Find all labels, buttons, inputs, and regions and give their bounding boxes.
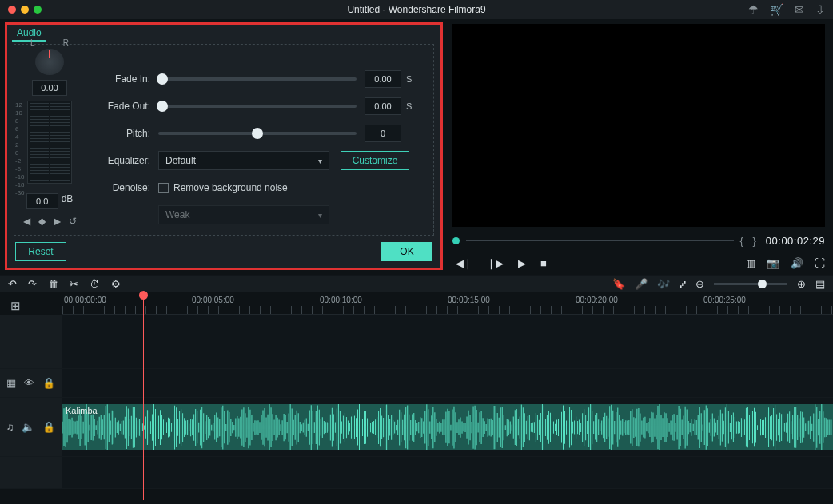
timeline-ruler[interactable]: 00:00:00:00 00:00:05:00 00:00:10:00 00:0… — [62, 292, 833, 315]
playhead[interactable] — [143, 292, 144, 500]
scrub-handle[interactable] — [452, 237, 460, 244]
fit-icon[interactable]: ⑇ — [680, 278, 686, 290]
audio-track-icon: ♫ — [6, 421, 14, 433]
window-close[interactable] — [8, 6, 16, 14]
fade-out-slider[interactable] — [158, 105, 357, 108]
waveform — [62, 404, 833, 450]
fullscreen-icon[interactable]: ⛶ — [815, 257, 825, 269]
speed-icon[interactable]: ⏱ — [90, 278, 100, 290]
gain-value[interactable]: 0.0 — [26, 193, 58, 209]
audio-clip[interactable]: Kalimba — [62, 404, 833, 450]
pitch-label: Pitch: — [99, 128, 158, 139]
vu-meter: 121086420-2-6-10-18-30 — [27, 101, 72, 184]
adjust-icon[interactable]: ⚙ — [111, 278, 121, 290]
scrub-bar[interactable] — [466, 240, 734, 241]
next-keyframe-icon[interactable]: ▶ — [54, 216, 61, 227]
pitch-field[interactable]: 0 — [365, 125, 401, 142]
denoise-checkbox[interactable] — [158, 183, 169, 193]
chevron-down-icon: ▾ — [318, 157, 322, 165]
play-icon[interactable]: ▶ — [518, 257, 526, 269]
split-icon[interactable]: ✂ — [70, 278, 78, 290]
volume-icon[interactable]: 🔊 — [791, 257, 803, 269]
add-keyframe-icon[interactable]: ◆ — [38, 216, 46, 227]
equalizer-label: Equalizer: — [99, 155, 158, 166]
lock-icon[interactable]: 🔒 — [42, 421, 55, 433]
redo-icon[interactable]: ↷ — [28, 278, 37, 290]
audio-track[interactable]: Kalimba — [62, 398, 833, 456]
delete-icon[interactable]: 🗑 — [48, 278, 58, 290]
denoise-checkbox-label: Remove background noise — [173, 182, 288, 193]
step-back-icon[interactable]: ◀❘ — [456, 257, 472, 269]
clip-label: Kalimba — [66, 406, 98, 415]
video-track-icon: ▦ — [6, 377, 16, 389]
lock-icon[interactable]: 🔒 — [42, 377, 55, 389]
mark-brackets[interactable]: { } — [740, 235, 759, 247]
cart-icon[interactable]: 🛒 — [770, 3, 783, 16]
balance-knob[interactable] — [35, 49, 64, 75]
chevron-down-icon: ▾ — [318, 211, 322, 220]
denoise-strength-select: Weak ▾ — [158, 205, 329, 224]
timecode: 00:00:02:29 — [766, 235, 825, 247]
video-track[interactable] — [62, 369, 833, 397]
undo-icon[interactable]: ↶ — [8, 278, 17, 290]
window-title: Untitled - Wondershare Filmora9 — [347, 4, 485, 15]
snapshot-icon[interactable]: 📷 — [767, 257, 779, 269]
record-vo-icon[interactable]: 🎤 — [635, 278, 648, 290]
mute-icon[interactable]: 🔈 — [22, 421, 34, 433]
account-icon[interactable]: ☂ — [748, 3, 759, 16]
track-manager-icon[interactable]: ▤ — [815, 278, 825, 290]
display-icon[interactable]: ▥ — [746, 257, 755, 269]
step-fwd-icon[interactable]: ❘▶ — [487, 257, 504, 269]
reset-button[interactable]: Reset — [15, 242, 66, 261]
mail-icon[interactable]: ✉ — [795, 3, 804, 16]
reset-keyframe-icon[interactable]: ↺ — [69, 216, 77, 227]
equalizer-select[interactable]: Default ▾ — [158, 151, 329, 170]
balance-value[interactable]: 0.00 — [32, 80, 67, 96]
window-minimize[interactable] — [21, 6, 29, 14]
zoom-slider[interactable] — [714, 283, 787, 285]
zoom-in-icon[interactable]: ⊕ — [797, 278, 806, 290]
stop-icon[interactable]: ■ — [540, 257, 547, 269]
download-icon[interactable]: ⇩ — [815, 3, 825, 16]
fade-in-field[interactable]: 0.00 — [365, 70, 401, 88]
pitch-slider[interactable] — [158, 132, 357, 135]
titlebar: Untitled - Wondershare Filmora9 ☂ 🛒 ✉ ⇩ — [0, 0, 833, 19]
customize-button[interactable]: Customize — [341, 151, 409, 170]
audio-panel: Audio LR 0.00 121086420-2-6-10-18-30 0.0… — [5, 22, 443, 270]
prev-keyframe-icon[interactable]: ◀ — [23, 216, 30, 227]
ok-button[interactable]: OK — [381, 242, 432, 261]
zoom-out-icon[interactable]: ⊖ — [695, 278, 704, 290]
marker-icon[interactable]: 🔖 — [612, 278, 625, 290]
fade-in-label: Fade In: — [99, 73, 158, 85]
denoise-label: Denoise: — [99, 182, 158, 193]
fade-out-field[interactable]: 0.00 — [365, 97, 401, 115]
fade-in-slider[interactable] — [158, 77, 357, 81]
mixer-icon[interactable]: 🎶 — [657, 278, 670, 290]
video-preview — [452, 24, 825, 227]
window-zoom[interactable] — [34, 6, 42, 14]
eye-icon[interactable]: 👁 — [24, 377, 34, 389]
fade-out-label: Fade Out: — [99, 101, 158, 112]
